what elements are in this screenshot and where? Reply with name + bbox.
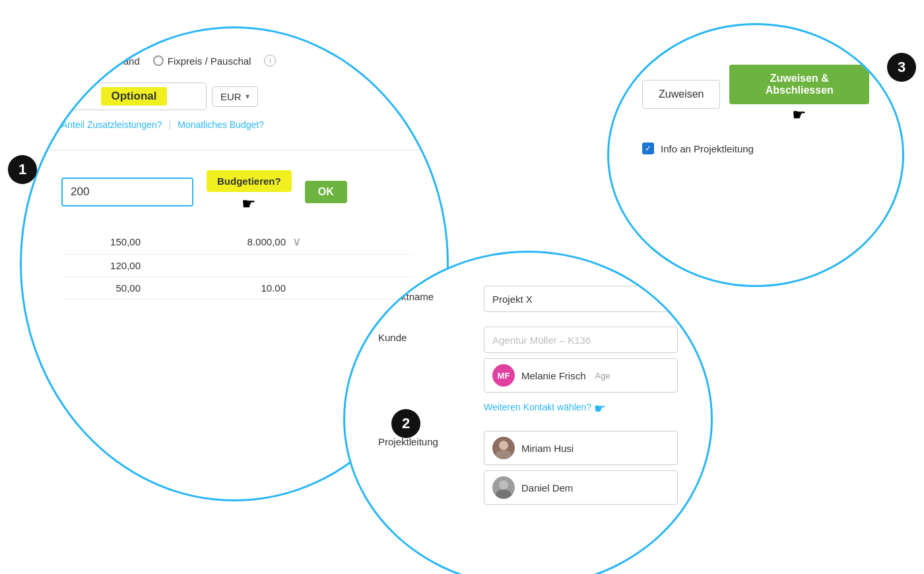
table-cell-total1: 8.000,00 bbox=[180, 236, 286, 247]
optional-badge: Optional bbox=[101, 87, 168, 106]
contact-name-miriam: Miriam Husi bbox=[521, 443, 574, 454]
table-cell-amount2: 120,00 bbox=[61, 260, 141, 271]
projektname-field: Projekt X bbox=[484, 286, 678, 312]
kunde-label: Kunde bbox=[378, 327, 471, 343]
cursor-hand-icon-3: ☛ bbox=[792, 106, 807, 124]
cursor-hand-icon-2: ☛ bbox=[594, 400, 606, 416]
action-button-row: Zuweisen Zuweisen & Abschliessen ☛ bbox=[642, 65, 869, 124]
zuweisen-abschliessen-button[interactable]: Zuweisen & Abschliessen bbox=[729, 65, 869, 104]
section-divider bbox=[22, 150, 447, 150]
contact-item-miriam: Miriam Husi bbox=[484, 431, 678, 465]
contact-name-mf: Melanie Frisch bbox=[521, 370, 586, 381]
kunde-input[interactable]: Agentur Müller – K136 bbox=[484, 327, 678, 353]
avatar-miriam bbox=[492, 437, 515, 459]
radio-fixpreis-label: Fixpreis / Pauschal bbox=[168, 55, 251, 67]
badge-3-label: 3 bbox=[898, 59, 906, 76]
monatliches-budget-link[interactable]: Monatliches Budget? bbox=[178, 119, 264, 130]
projektleitung-row: Projektleitung Miriam Husi Daniel Dem bbox=[378, 431, 678, 510]
contact-item-mf: MF Melanie Frisch Age bbox=[484, 358, 678, 393]
budget-value: 200 bbox=[71, 185, 89, 199]
projektname-value: Projekt X bbox=[492, 294, 533, 305]
avatar-initials: MF bbox=[498, 371, 510, 381]
circle-3: Zuweisen Zuweisen & Abschliessen ☛ Info … bbox=[607, 23, 904, 287]
currency-select[interactable]: EUR ▾ bbox=[212, 86, 258, 107]
info-projektleitung-row: Info an Projektleitung bbox=[642, 143, 869, 154]
kunde-placeholder: Agentur Müller – K136 bbox=[492, 335, 591, 346]
projektname-input[interactable]: Projekt X bbox=[484, 286, 678, 312]
ok-button[interactable]: OK bbox=[305, 181, 347, 203]
svg-point-3 bbox=[496, 490, 512, 499]
table-cell-amount3: 50,00 bbox=[61, 282, 141, 294]
link-separator: | bbox=[169, 119, 172, 130]
radio-nach-aufwand[interactable]: Nach Aufwand bbox=[61, 55, 140, 67]
avatar-daniel bbox=[492, 476, 515, 499]
svg-point-1 bbox=[496, 450, 512, 459]
budget-input-row: Optional EUR ▾ bbox=[61, 82, 414, 110]
kunde-field: Agentur Müller – K136 MF Melanie Frisch … bbox=[484, 327, 678, 416]
badge-2: 2 bbox=[391, 409, 420, 438]
table-row: 150,00 8.000,00 ∨ bbox=[61, 229, 414, 255]
expand-icon[interactable]: ∨ bbox=[292, 234, 301, 249]
budgetieren-button[interactable]: Budgetieren? bbox=[207, 170, 292, 192]
badge-3: 3 bbox=[887, 53, 916, 82]
table-cell-amount1: 150,00 bbox=[61, 236, 141, 247]
anteil-zusatzleistungen-link[interactable]: Anteil Zusatzleistungen? bbox=[61, 119, 162, 130]
table-cell-total3: 10.00 bbox=[180, 282, 286, 294]
budget-table: 150,00 8.000,00 ∨ 120,00 50,00 10.00 bbox=[61, 229, 414, 300]
cursor-hand-icon: ☛ bbox=[242, 195, 256, 213]
additional-links: Anteil Zusatzleistungen? | Monatliches B… bbox=[61, 119, 414, 130]
info-icon[interactable]: i bbox=[264, 55, 276, 67]
budget-value-input[interactable]: 200 bbox=[61, 177, 193, 207]
radio-nach-aufwand-label: Nach Aufwand bbox=[76, 55, 140, 67]
zuweisen-button[interactable]: Zuweisen bbox=[642, 80, 720, 109]
info-projektleitung-checkbox[interactable] bbox=[642, 143, 654, 154]
currency-chevron-icon: ▾ bbox=[246, 92, 249, 101]
projektleitung-field: Miriam Husi Daniel Dem bbox=[484, 431, 678, 510]
badge-1: 1 bbox=[8, 155, 37, 184]
badge-1-label: 1 bbox=[18, 161, 26, 178]
billing-type-row: Nach Aufwand Fixpreis / Pauschal i bbox=[61, 55, 414, 67]
contact-item-daniel: Daniel Dem bbox=[484, 470, 678, 505]
projektname-row: Projektname Projekt X bbox=[378, 286, 678, 312]
radio-fixpreis-dot bbox=[153, 55, 164, 66]
table-row: 50,00 10.00 bbox=[61, 277, 414, 300]
kunde-row: Kunde Agentur Müller – K136 MF Melanie F… bbox=[378, 327, 678, 416]
table-row: 120,00 bbox=[61, 255, 414, 277]
avatar-mf: MF bbox=[492, 364, 515, 387]
badge-2-label: 2 bbox=[402, 415, 410, 432]
optional-input[interactable]: Optional bbox=[61, 82, 207, 110]
currency-label: EUR bbox=[220, 91, 242, 102]
contact-extra-mf: Age bbox=[595, 371, 610, 381]
radio-fixpreis[interactable]: Fixpreis / Pauschal bbox=[153, 55, 251, 67]
radio-nach-aufwand-dot bbox=[61, 55, 72, 66]
svg-point-0 bbox=[499, 441, 508, 450]
weiteren-kontakt-label: Weiteren Kontakt wählen? bbox=[484, 402, 591, 412]
contact-name-daniel: Daniel Dem bbox=[521, 482, 573, 494]
budget-entry-row: 200 Budgetieren? ☛ OK bbox=[61, 170, 414, 213]
projektleitung-label: Projektleitung bbox=[378, 431, 471, 447]
weiteren-kontakt-link[interactable]: Weiteren Kontakt wählen? ☛ bbox=[484, 398, 678, 416]
svg-point-2 bbox=[499, 480, 508, 490]
info-projektleitung-label: Info an Projektleitung bbox=[661, 143, 754, 154]
